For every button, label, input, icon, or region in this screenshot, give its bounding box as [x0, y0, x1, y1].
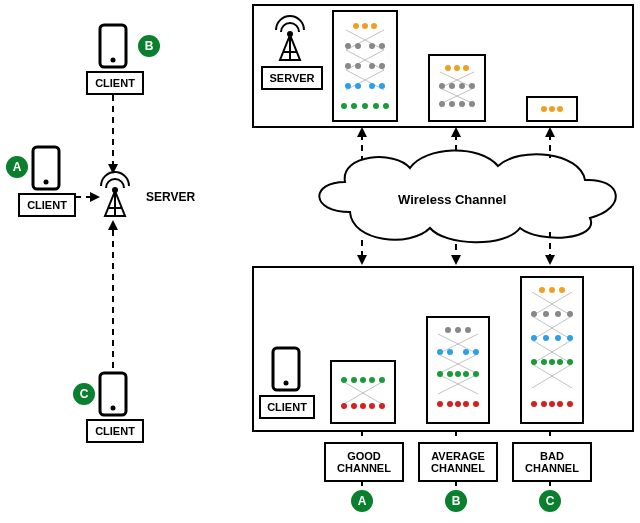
channel-connectors [0, 0, 640, 523]
